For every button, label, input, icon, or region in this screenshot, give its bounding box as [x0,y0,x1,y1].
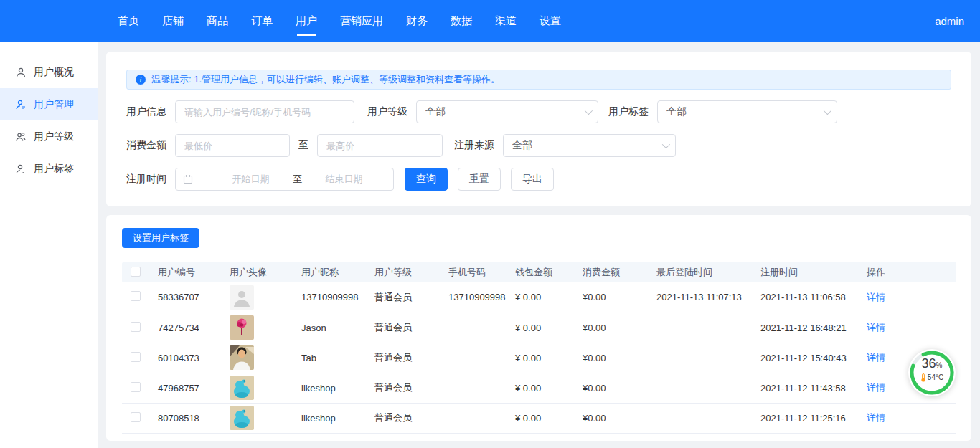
phone-cell: 13710909998 [446,282,512,313]
chevron-down-icon [662,140,670,148]
select-row-checkbox[interactable] [131,291,141,301]
system-monitor-widget[interactable]: 36% 54°C [908,349,956,396]
user-id-cell: 60104373 [155,343,227,373]
detail-link[interactable]: 详情 [867,412,885,423]
user-level-select[interactable]: 全部 [416,100,598,123]
table-row: 80708518 likeshop 普通会员 ¥ 0.00 ¥0.00 2021… [122,403,956,433]
select-row-checkbox[interactable] [131,412,141,422]
cpu-percent: 36% [908,357,956,370]
register-time-cell: 2021-11-12 11:43:58 [758,373,864,403]
nav-item-data[interactable]: 数据 [439,0,484,42]
last-login-cell [654,313,758,343]
nickname-cell: Tab [298,343,372,373]
table-row: 74275734 Jason 普通会员 ¥ 0.00 ¥0.00 2021-11… [122,313,956,343]
tip-banner: i 温馨提示: 1.管理用户信息，可以进行编辑、账户调整、等级调整和资料查看等操… [126,70,951,90]
last-login-cell [654,343,758,373]
detail-link[interactable]: 详情 [867,322,885,333]
min-price-input[interactable] [176,135,289,156]
wallet-cell: ¥ 0.00 [512,373,580,403]
user-info-input-wrap [175,100,354,123]
phone-cell [446,313,512,343]
level-cell: 普通会员 [372,313,446,343]
chevron-down-icon [585,107,593,115]
nickname-cell: likeshop [298,373,372,403]
sidebar-item-user-level[interactable]: 用户等级 [0,120,98,153]
info-circle-icon: i [136,75,146,85]
user-management-icon [15,99,27,110]
consume-amount-label: 消费金额 [126,139,166,152]
default-person-avatar [230,285,254,310]
detail-link[interactable]: 详情 [867,382,885,393]
col-level: 用户等级 [372,262,446,282]
col-action: 操作 [864,262,956,282]
level-cell: 普通会员 [372,282,446,313]
col-phone: 手机号码 [446,262,512,282]
phone-cell [446,403,512,433]
register-time-label: 注册时间 [126,173,166,186]
start-date-placeholder: 开始日期 [209,173,293,186]
sidebar: 用户概况 用户管理 用户等级 用户标签 [0,42,98,448]
likeshop-mascot-avatar [230,406,254,430]
sidebar-item-user-tags[interactable]: 用户标签 [0,153,98,185]
sidebar-item-label: 用户标签 [34,163,74,176]
col-wallet: 钱包金额 [512,262,580,282]
max-price-input[interactable] [318,135,442,156]
nav-item-users[interactable]: 用户 [284,0,329,42]
select-row-checkbox[interactable] [131,352,141,362]
register-time-cell: 2021-11-12 15:40:43 [758,343,864,373]
user-tag-select[interactable]: 全部 [657,100,837,123]
nav-item-channel[interactable]: 渠道 [484,0,528,42]
nav-item-orders[interactable]: 订单 [240,0,284,42]
nickname-cell: 13710909998 [298,282,372,313]
level-cell: 普通会员 [372,343,446,373]
detail-link[interactable]: 详情 [867,292,885,302]
nav-item-marketing[interactable]: 营销应用 [329,0,395,42]
table-row: 60104373 Tab 普通会员 ¥ 0.00 ¥0.00 2021-11-1… [122,343,956,373]
set-user-tag-button[interactable]: 设置用户标签 [122,228,199,248]
consume-cell: ¥0.00 [580,313,654,343]
phone-cell [446,343,512,373]
nav-item-finance[interactable]: 财务 [395,0,439,42]
table-row: 47968757 likeshop 普通会员 ¥ 0.00 ¥0.00 2021… [122,373,956,403]
select-row-checkbox[interactable] [131,322,141,332]
detail-link[interactable]: 详情 [867,352,885,363]
register-source-select[interactable]: 全部 [503,134,676,157]
nav-item-home[interactable]: 首页 [106,0,151,42]
nav-item-goods[interactable]: 商品 [195,0,240,42]
user-id-cell: 80708518 [155,403,227,433]
nickname-cell: Jason [298,313,372,343]
export-button[interactable]: 导出 [511,168,554,191]
man-photo-avatar [230,345,254,370]
thermometer-icon [920,373,926,382]
select-row-checkbox[interactable] [131,382,141,392]
rose-photo-avatar [230,315,254,340]
max-price-input-wrap [317,134,443,157]
user-level-icon [15,131,27,143]
nav-item-shop[interactable]: 店铺 [151,0,195,42]
search-button[interactable]: 查询 [405,168,448,191]
register-time-range-picker[interactable]: 开始日期 至 结束日期 [175,168,394,191]
consume-cell: ¥0.00 [580,403,654,433]
level-cell: 普通会员 [372,373,446,403]
user-id-cell: 74275734 [155,313,227,343]
level-cell: 普通会员 [372,403,446,433]
chevron-down-icon [824,107,831,115]
phone-cell [446,373,512,403]
sidebar-item-label: 用户管理 [34,98,74,111]
main-content: i 温馨提示: 1.管理用户信息，可以进行编辑、账户调整、等级调整和资料查看等操… [106,42,971,448]
last-login-cell [654,373,758,403]
consume-cell: ¥0.00 [580,282,654,313]
col-consume: 消费金额 [580,262,654,282]
sidebar-item-user-management[interactable]: 用户管理 [0,88,98,120]
sidebar-item-user-overview[interactable]: 用户概况 [0,56,98,88]
user-id-cell: 58336707 [155,282,227,313]
sidebar-item-label: 用户等级 [34,130,74,143]
wallet-cell: ¥ 0.00 [512,313,580,343]
user-info-input[interactable] [176,101,354,123]
select-all-checkbox[interactable] [131,267,141,277]
admin-user-menu[interactable]: admin [935,15,964,27]
wallet-cell: ¥ 0.00 [512,343,580,373]
col-last-login: 最后登陆时间 [654,262,758,282]
nav-item-settings[interactable]: 设置 [528,0,573,42]
reset-button[interactable]: 重置 [458,168,501,191]
